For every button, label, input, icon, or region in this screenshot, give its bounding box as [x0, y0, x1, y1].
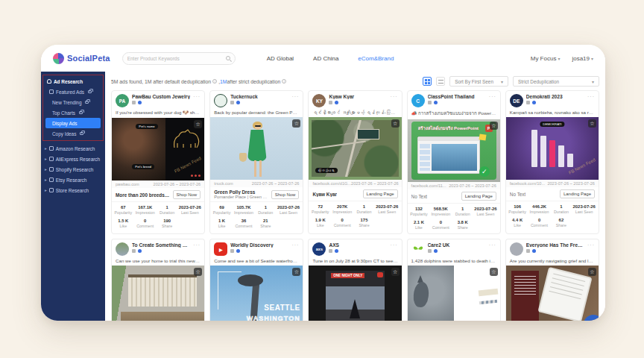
- ad-card[interactable]: C ClassPoint Thailand ··· 📣 การสร้างเกมค…: [407, 90, 501, 234]
- ad-creative[interactable]: ONE NIGHT ONLY ☆: [309, 266, 401, 321]
- ad-text: Kampaň sa rozbieha, rovnako ako sa rozbi…: [506, 109, 599, 117]
- favorite-star-icon[interactable]: ☆: [588, 119, 596, 128]
- advertiser-name[interactable]: Worldly Discovery: [230, 242, 288, 248]
- more-options-icon[interactable]: ···: [489, 94, 496, 107]
- ad-creative[interactable]: Pet's name Pet's breed FB News Feed ☆: [112, 118, 204, 180]
- ad-domain[interactable]: pawbau.com: [116, 182, 139, 186]
- duration-value: 1: [157, 205, 177, 210]
- video-icon: [377, 272, 383, 277]
- favorite-star-icon[interactable]: ☆: [194, 268, 202, 276]
- strict-dedup-link[interactable]: 1M: [220, 79, 227, 84]
- more-options-icon[interactable]: ···: [291, 242, 299, 256]
- sort-dropdown[interactable]: Sort By First Seen ▾: [449, 76, 508, 87]
- ad-domain[interactable]: facebook.com/d1G...: [312, 181, 351, 186]
- favorite-star-icon[interactable]: ☆: [292, 268, 300, 276]
- nav-ad-china[interactable]: AD China: [313, 55, 338, 62]
- ad-domain[interactable]: facebook.com/11...: [411, 183, 446, 188]
- advertiser-name[interactable]: Care2 UK: [428, 242, 486, 248]
- sidebar-item-top-charts[interactable]: Top Charts: [43, 107, 103, 118]
- ad-domain[interactable]: tnuck.com: [214, 181, 233, 186]
- more-options-icon[interactable]: ···: [587, 94, 595, 107]
- advertiser-name[interactable]: Kyaw Kyar: [329, 94, 387, 99]
- sidebar-item-display-ads[interactable]: Display Ads: [45, 118, 101, 128]
- brand-logo[interactable]: SocialPeta: [53, 53, 110, 64]
- more-options-icon[interactable]: ···: [193, 242, 201, 256]
- ad-card[interactable]: Care2 UK ··· 1,428 dolphins were stabbed…: [407, 239, 501, 321]
- landing-page-button[interactable]: Landing Page: [560, 189, 595, 198]
- my-focus-dropdown[interactable]: My Focus▾: [531, 55, 561, 62]
- shop-now-button[interactable]: Shop Now: [271, 190, 300, 199]
- grid-view-button[interactable]: [423, 77, 432, 86]
- impression-value: 446.2K: [528, 204, 552, 209]
- facebook-icon: [526, 101, 530, 104]
- ad-card[interactable]: Tuckernuck ··· Back by popular demand: t…: [209, 90, 303, 234]
- more-options-icon[interactable]: ···: [587, 242, 595, 256]
- ad-text: Can we use your home to trial this new s…: [112, 257, 204, 266]
- avatar: [116, 242, 129, 256]
- ad-creative[interactable]: ☆: [210, 117, 303, 180]
- more-options-icon[interactable]: ···: [391, 94, 398, 107]
- ad-card[interactable]: KY Kyaw Kyar ··· ရင်းနှီးထားချင် အကျိုးမ…: [308, 90, 402, 234]
- advertiser-name[interactable]: Demokrati 2023: [526, 94, 584, 99]
- check-icon: ✓: [479, 166, 490, 177]
- sidebar-item-amazon-research[interactable]: ▸ Amazon Research: [41, 143, 105, 154]
- image-label: မြေတည်နေရာ: [315, 168, 337, 173]
- advertiser-name[interactable]: ClassPoint Thailand: [428, 94, 486, 99]
- nav-ecom-brand[interactable]: eCom&Brand: [358, 55, 394, 62]
- sidebar-item-aliexpress-research[interactable]: ▸ AliExpress Research: [41, 154, 105, 164]
- ad-domain[interactable]: facebook.com/10...: [510, 181, 545, 186]
- advertiser-name[interactable]: To Create Something Exceptio...: [132, 242, 190, 248]
- landing-page-button[interactable]: Landing Page: [363, 189, 398, 198]
- landing-page-button[interactable]: Landing Page: [461, 192, 496, 201]
- image-text: WASHINGTON: [247, 315, 300, 321]
- info-icon[interactable]: i: [212, 79, 217, 84]
- ad-creative[interactable]: မြေတည်နေရာ ☆: [309, 117, 401, 180]
- chevron-down-icon: ▾: [591, 57, 593, 61]
- favorite-star-icon[interactable]: ☆: [391, 268, 400, 276]
- ad-creative[interactable]: สร้างสไลด์เกมจริง PowerPoint P ✓ ☆: [408, 119, 500, 182]
- advertiser-name[interactable]: Tuckernuck: [230, 94, 288, 99]
- more-options-icon[interactable]: ···: [391, 242, 398, 256]
- advertiser-name[interactable]: PawBau Custom Jewelry: [132, 94, 190, 99]
- ad-creative[interactable]: ☆: [408, 266, 500, 321]
- search-input[interactable]: Enter Product Keywords: [122, 52, 236, 65]
- sidebar-item-ad-research[interactable]: Ad Research: [43, 76, 103, 87]
- ad-creative[interactable]: ☆: [506, 266, 599, 321]
- more-options-icon[interactable]: ···: [489, 242, 496, 256]
- shopify-icon: [49, 167, 54, 172]
- ad-card[interactable]: Everyone Has The Freedom To... ··· Are y…: [505, 239, 599, 321]
- ad-card[interactable]: PA PawBau Custom Jewelry ··· If you're o…: [111, 90, 205, 234]
- more-options-icon[interactable]: ···: [291, 94, 299, 107]
- more-options-icon[interactable]: ···: [193, 94, 201, 107]
- favorite-star-icon[interactable]: ☆: [292, 119, 300, 128]
- sidebar-item-shopify-research[interactable]: ▸ Shopify Research: [41, 164, 105, 175]
- favorite-star-icon[interactable]: ☆: [490, 122, 498, 130]
- ad-creative[interactable]: ☆: [112, 266, 204, 321]
- ad-card[interactable]: ▶ Worldly Discovery ··· Come and see a b…: [209, 239, 303, 321]
- info-icon[interactable]: i: [282, 79, 286, 84]
- ad-creative[interactable]: SEATTLE WASHINGTON ☆: [210, 266, 303, 321]
- advertiser-name[interactable]: AXS: [329, 242, 387, 248]
- sidebar-item-copy-ideas[interactable]: Copy Ideas: [43, 128, 103, 139]
- favorite-star-icon[interactable]: ☆: [391, 119, 400, 128]
- advertiser-name[interactable]: Everyone Has The Freedom To...: [526, 242, 584, 248]
- like-value: 1.9 K: [310, 218, 330, 222]
- messenger-icon: [335, 249, 338, 253]
- favorite-star-icon[interactable]: ☆: [588, 268, 596, 276]
- ad-creative[interactable]: DEMOKRATI FB News Feed ☆: [506, 117, 599, 180]
- favorite-star-icon[interactable]: ☆: [490, 268, 498, 276]
- sidebar-item-new-trending[interactable]: New Trending: [43, 97, 103, 107]
- shop-now-button[interactable]: Shop Now: [173, 190, 201, 199]
- sidebar-item-store-research[interactable]: ▸ Store Research: [41, 185, 105, 195]
- share-value: 3.8 K: [452, 220, 473, 224]
- ad-card[interactable]: DE Demokrati 2023 ··· Kampaň sa rozbieha…: [505, 90, 599, 234]
- user-menu[interactable]: josa19▾: [572, 55, 593, 62]
- nav-ad-global[interactable]: AD Global: [267, 55, 294, 62]
- favorite-star-icon[interactable]: ☆: [194, 120, 202, 128]
- ad-card[interactable]: To Create Something Exceptio... ··· Can …: [111, 239, 205, 321]
- ad-card[interactable]: axs AXS ··· Tune in on July 28 at 9:30pm…: [308, 239, 402, 321]
- sidebar-item-etsy-research[interactable]: ▸ Etsy Research: [41, 175, 105, 185]
- sidebar-item-featured-ads[interactable]: Featured Ads: [43, 87, 103, 97]
- deduplication-dropdown[interactable]: Strict Deduplication ▾: [513, 76, 599, 87]
- list-view-button[interactable]: [436, 77, 445, 86]
